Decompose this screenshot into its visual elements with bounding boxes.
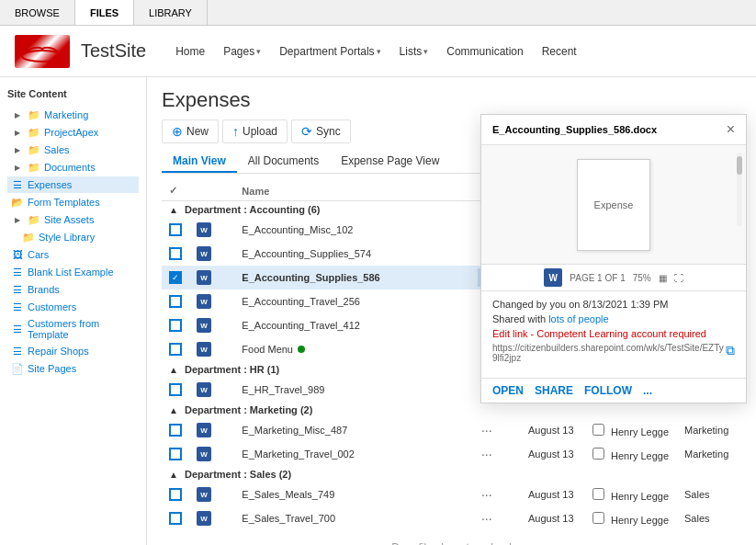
list-icon: ☰ bbox=[11, 345, 24, 358]
sidebar-item-marketing[interactable]: ▶ 📁 Marketing bbox=[7, 107, 139, 123]
tab-expense-page-view[interactable]: Expense Page View bbox=[330, 151, 450, 173]
table-row[interactable]: W E_Sales_Travel_700 ··· August 13 Henry… bbox=[162, 506, 741, 530]
checkbox[interactable] bbox=[169, 343, 182, 356]
more-button[interactable]: ··· bbox=[478, 445, 496, 463]
preview-image-area: Expense bbox=[481, 145, 746, 265]
nav-pages[interactable]: Pages ▾ bbox=[216, 41, 268, 62]
edit-link[interactable]: Edit link - Competent Learning account r… bbox=[492, 328, 706, 339]
browser-toolbar: BROWSE FILES LIBRARY bbox=[0, 0, 756, 26]
preview-scrollbar[interactable] bbox=[737, 153, 742, 226]
nav-recent[interactable]: Recent bbox=[535, 41, 584, 62]
edit-link-text: Edit link - Competent Learning account r… bbox=[492, 328, 735, 339]
person-checkbox[interactable] bbox=[592, 424, 604, 436]
folder-icon: 📁 bbox=[28, 161, 40, 174]
tab-browse[interactable]: BROWSE bbox=[0, 0, 75, 25]
file-name[interactable]: E_Marketing_Travel_002 bbox=[234, 442, 470, 466]
checkbox[interactable] bbox=[169, 295, 182, 308]
file-name[interactable]: E_HR_Travel_989 bbox=[234, 378, 470, 402]
col-name: Name bbox=[234, 181, 470, 201]
folder-icon: 📁 bbox=[22, 231, 35, 244]
list-icon: ☰ bbox=[11, 301, 24, 313]
checkbox[interactable] bbox=[169, 488, 182, 501]
checkbox[interactable] bbox=[169, 319, 182, 332]
nav-communication[interactable]: Communication bbox=[439, 41, 530, 62]
preview-document: Expense bbox=[577, 159, 650, 251]
table-row[interactable]: W E_Marketing_Travel_002 ··· August 13 H… bbox=[162, 442, 741, 466]
word-icon: W bbox=[197, 246, 211, 261]
nav-lists[interactable]: Lists ▾ bbox=[392, 41, 436, 62]
shared-with-link[interactable]: lots of people bbox=[548, 313, 608, 324]
file-name[interactable]: E_Marketing_Misc_487 bbox=[234, 418, 470, 442]
sidebar-item-documents[interactable]: ▶ 📁 Documents bbox=[7, 159, 139, 176]
file-name[interactable]: E_Accounting_Supplies_574 bbox=[234, 242, 470, 266]
share-button[interactable]: SHARE bbox=[535, 384, 573, 397]
upload-icon: ↑ bbox=[232, 124, 239, 139]
checkbox[interactable] bbox=[169, 383, 182, 396]
person-checkbox[interactable] bbox=[592, 448, 604, 460]
file-name[interactable]: E_Accounting_Misc_102 bbox=[234, 218, 470, 242]
sidebar-item-site-assets[interactable]: ▶ 📁 Site Assets bbox=[7, 211, 139, 228]
word-icon: W bbox=[197, 447, 211, 461]
file-name[interactable]: E_Accounting_Travel_256 bbox=[234, 290, 470, 313]
checkbox[interactable] bbox=[169, 448, 182, 460]
sidebar-item-repair-shops[interactable]: ☰ Repair Shops bbox=[7, 343, 139, 359]
checkbox[interactable] bbox=[169, 247, 182, 260]
open-button[interactable]: OPEN bbox=[492, 384, 524, 397]
sidebar-item-site-pages[interactable]: 📄 Site Pages bbox=[7, 360, 139, 377]
new-button[interactable]: ⊕ New bbox=[162, 119, 219, 143]
upload-button[interactable]: ↑ Upload bbox=[222, 119, 288, 143]
sidebar-item-cars[interactable]: 🖼 Cars bbox=[7, 246, 139, 263]
site-logo bbox=[15, 35, 70, 68]
expand-icon: ▶ bbox=[11, 126, 24, 139]
nav-dept-portals[interactable]: Department Portals ▾ bbox=[272, 41, 388, 62]
shared-with-text: Shared with lots of people bbox=[492, 313, 735, 324]
sidebar-item-blank-list[interactable]: ☰ Blank List Example bbox=[7, 264, 139, 280]
checkbox-checked[interactable]: ✓ bbox=[169, 271, 182, 284]
sidebar-item-form-templates[interactable]: 📂 Form Templates bbox=[7, 194, 139, 210]
sidebar-item-brands[interactable]: ☰ Brands bbox=[7, 281, 139, 298]
group-header-sales: ▲ Department : Sales (2) bbox=[162, 466, 741, 483]
tab-files[interactable]: FILES bbox=[75, 0, 134, 25]
sidebar-item-customers[interactable]: ☰ Customers bbox=[7, 299, 139, 315]
sidebar-item-expenses[interactable]: ☰ Expenses bbox=[7, 176, 139, 193]
preview-filename: E_Accounting_Supplies_586.docx bbox=[492, 124, 657, 135]
file-name[interactable]: E_Accounting_Supplies_586 bbox=[234, 266, 470, 290]
sidebar: Site Content ▶ 📁 Marketing ▶ 📁 ProjectAp… bbox=[0, 77, 147, 545]
person-checkbox[interactable] bbox=[592, 512, 604, 524]
sync-button[interactable]: ⟳ Sync bbox=[291, 119, 351, 143]
main-area: Site Content ▶ 📁 Marketing ▶ 📁 ProjectAp… bbox=[0, 77, 756, 545]
picture-icon: 🖼 bbox=[11, 248, 24, 261]
file-name[interactable]: Food Menu bbox=[234, 337, 470, 361]
file-name[interactable]: E_Sales_Travel_700 bbox=[234, 506, 470, 530]
more-button[interactable]: ··· bbox=[478, 509, 496, 528]
more-button[interactable]: ··· bbox=[478, 421, 496, 439]
sidebar-item-customers-template[interactable]: ☰ Customers from Template bbox=[7, 316, 139, 342]
sidebar-item-sales[interactable]: ▶ 📁 Sales bbox=[7, 142, 139, 158]
sidebar-item-projectapex[interactable]: ▶ 📁 ProjectApex bbox=[7, 124, 139, 141]
file-name[interactable]: E_Accounting_Travel_412 bbox=[234, 313, 470, 337]
nav-home[interactable]: Home bbox=[168, 41, 212, 62]
sharepoint-shell: TestSite Home Pages ▾ Department Portals… bbox=[0, 26, 756, 545]
follow-button[interactable]: FOLLOW bbox=[584, 384, 632, 397]
tab-all-documents[interactable]: All Documents bbox=[237, 151, 330, 173]
checkbox[interactable] bbox=[169, 223, 182, 236]
changed-by-text: Changed by you on 8/13/2021 1:39 PM bbox=[492, 299, 735, 310]
expand-icon: ▶ bbox=[11, 143, 24, 156]
more-button[interactable]: ··· bbox=[478, 485, 496, 504]
expand-icon: ▶ bbox=[11, 213, 24, 226]
chevron-down-icon: ▾ bbox=[423, 47, 428, 56]
person-checkbox[interactable] bbox=[592, 488, 604, 500]
list-icon: ☰ bbox=[11, 266, 24, 278]
sidebar-item-style-library[interactable]: 📁 Style Library bbox=[7, 229, 139, 245]
checkbox[interactable] bbox=[169, 512, 182, 525]
green-dot-indicator bbox=[298, 346, 305, 353]
more-actions-button[interactable]: ... bbox=[643, 384, 652, 397]
tab-library[interactable]: LIBRARY bbox=[134, 0, 208, 25]
table-row[interactable]: W E_Marketing_Misc_487 ··· August 13 Hen… bbox=[162, 418, 741, 442]
checkbox[interactable] bbox=[169, 424, 182, 437]
word-icon: W bbox=[197, 423, 211, 437]
tab-main-view[interactable]: Main View bbox=[162, 151, 237, 173]
table-row[interactable]: W E_Sales_Meals_749 ··· August 13 Henry … bbox=[162, 483, 741, 506]
file-name[interactable]: E_Sales_Meals_749 bbox=[234, 483, 470, 506]
close-button[interactable]: × bbox=[727, 122, 735, 137]
